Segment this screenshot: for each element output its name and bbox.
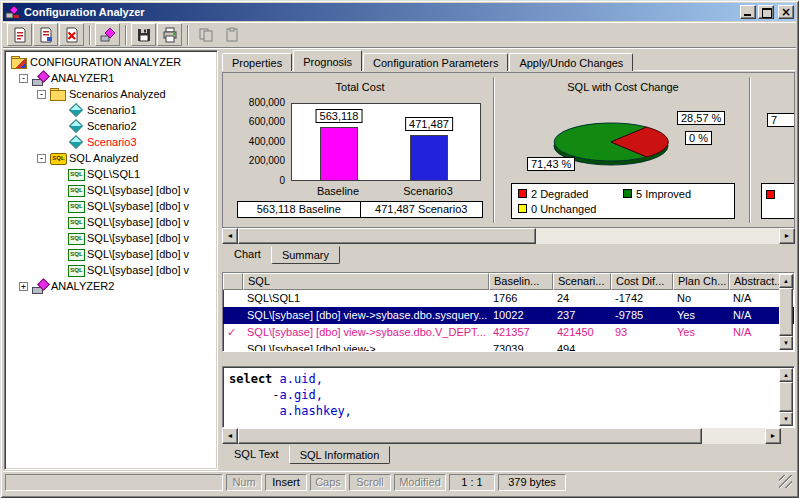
sql-item-icon — [68, 199, 84, 213]
minimize-button[interactable] — [740, 5, 756, 19]
scroll-up-icon[interactable]: ▲ — [779, 368, 793, 382]
sql-text-pane[interactable]: select a.uid, -a.gid, a.hashkey, ▲ ▼ — [222, 366, 795, 428]
resize-grip[interactable] — [779, 475, 792, 488]
scroll-left-icon[interactable]: ◄ — [222, 228, 238, 244]
toolbar-separator — [89, 25, 91, 45]
tree-item-sql[interactable]: SQL\[sybase] [dbo] v — [5, 262, 217, 278]
tab-configuration-parameters[interactable]: Configuration Parameters — [363, 53, 508, 71]
tree-item-analyzer1[interactable]: - ANALYZER1 — [5, 70, 217, 86]
toolbar — [3, 22, 796, 48]
toolbar-separator — [125, 25, 127, 45]
chart-summary-tab-bar: Chart Summary — [224, 246, 340, 264]
bar-plot-area: 563,118 471,487 — [291, 103, 481, 181]
tree-item-sql[interactable]: SQL\[sybase] [dbo] v — [5, 230, 217, 246]
sql-line: select a.uid, — [229, 371, 788, 387]
scroll-up-icon[interactable]: ▲ — [779, 274, 793, 288]
scroll-down-icon[interactable]: ▼ — [779, 336, 793, 350]
tree-item-sql[interactable]: SQL\[sybase] [dbo] v — [5, 182, 217, 198]
header-scenario[interactable]: Scenari... — [553, 273, 611, 290]
total-cost-chart: Total Cost 800,000 600,000 400,000 200,0… — [227, 73, 493, 227]
sql-tab-bar: SQL Text SQL Information — [224, 446, 390, 464]
table-vertical-scrollbar[interactable]: ▲ ▼ — [779, 274, 793, 350]
header-cost-diff[interactable]: Cost Dif... — [611, 273, 673, 290]
delete-analysis-button[interactable] — [59, 23, 84, 46]
new-analysis-button[interactable] — [7, 23, 32, 46]
tree-item-configuration-analyzer[interactable]: CONFIGURATION ANALYZER — [5, 54, 217, 70]
run-analyzer-button[interactable] — [95, 23, 120, 46]
scroll-left-icon[interactable]: ◄ — [222, 428, 238, 444]
delete-analysis-icon — [64, 27, 80, 43]
collapse-toggle[interactable]: - — [37, 154, 46, 163]
pie-label-partial: 7 — [767, 113, 794, 127]
chart-title: Total Cost — [227, 81, 493, 93]
sql-horizontal-scrollbar[interactable]: ◄ ► — [222, 428, 781, 444]
table-row[interactable]: SQL\SQL1 1766 24 -1742 No N/A — [223, 290, 794, 307]
y-tick: 800,000 — [227, 97, 285, 108]
table-row-flagged[interactable]: ✓ SQL\[sybase] [dbo] view->sybase.dbo.V_… — [223, 324, 794, 341]
expand-toggle[interactable]: + — [19, 282, 28, 291]
collapse-toggle[interactable]: - — [37, 90, 46, 99]
tab-properties[interactable]: Properties — [222, 53, 292, 71]
edit-analysis-icon — [38, 27, 54, 43]
tree-item-scenario2[interactable]: Scenario2 — [5, 118, 217, 134]
header-sql[interactable]: SQL — [243, 273, 489, 290]
tree-item-scenario1[interactable]: Scenario1 — [5, 102, 217, 118]
tab-sql-information[interactable]: SQL Information — [289, 446, 391, 464]
scroll-thumb[interactable] — [779, 382, 793, 412]
green-swatch — [623, 189, 632, 198]
scroll-thumb[interactable] — [779, 288, 793, 336]
scroll-down-icon[interactable]: ▼ — [779, 412, 793, 426]
tree-item-scenario3[interactable]: Scenario3 — [5, 134, 217, 150]
tab-prognosis[interactable]: Prognosis — [293, 50, 362, 71]
save-button[interactable] — [131, 23, 156, 46]
bar-scenario3 — [410, 135, 448, 180]
analyzer-tree[interactable]: CONFIGURATION ANALYZER - ANALYZER1 - Sce… — [4, 50, 218, 470]
tree-item-sql[interactable]: SQL\[sybase] [dbo] v — [5, 246, 217, 262]
app-window: Configuration Analyzer × — [0, 0, 799, 498]
tree-item-sql[interactable]: SQL\[sybase] [dbo] v — [5, 198, 217, 214]
tree-item-scenarios-analyzed[interactable]: - Scenarios Analyzed — [5, 86, 217, 102]
tree-item-sql[interactable]: SQL\SQL1 — [5, 166, 217, 182]
status-message — [5, 474, 223, 491]
tab-sql-text[interactable]: SQL Text — [224, 446, 289, 464]
print-button[interactable] — [157, 23, 182, 46]
tab-apply-undo-changes[interactable]: Apply/Undo Changes — [509, 53, 633, 71]
chart-separator — [749, 77, 751, 223]
chart-horizontal-scrollbar[interactable]: ◄ ► — [222, 228, 795, 244]
scroll-thumb[interactable] — [238, 228, 536, 244]
tree-item-analyzer2[interactable]: + ANALYZER2 — [5, 278, 217, 294]
tab-summary[interactable]: Summary — [271, 246, 340, 264]
header-mark[interactable] — [223, 273, 243, 290]
scroll-right-icon[interactable]: ► — [779, 228, 795, 244]
scroll-right-icon[interactable]: ► — [765, 428, 781, 444]
sql-item-icon — [68, 215, 84, 229]
sql-vertical-scrollbar[interactable]: ▲ ▼ — [779, 368, 793, 426]
statusbar: Num Insert Caps Scroll Modified 1 : 1 37… — [3, 471, 796, 492]
maximize-button[interactable] — [758, 5, 774, 19]
tree-item-sql[interactable]: SQL\[sybase] [dbo] v — [5, 214, 217, 230]
legend-improved: 5 Improved — [623, 186, 728, 201]
tab-chart[interactable]: Chart — [224, 246, 271, 264]
status-num: Num — [226, 474, 262, 491]
table-row-selected[interactable]: SQL\[sybase] [dbo] view->sybase.dbo.sysq… — [223, 307, 794, 324]
bar-value-label: 471,487 — [405, 117, 453, 131]
window-title: Configuration Analyzer — [24, 6, 740, 18]
sql-database-icon — [50, 151, 66, 165]
collapse-toggle[interactable]: - — [19, 74, 28, 83]
scroll-thumb[interactable] — [238, 428, 702, 444]
table-header: SQL Baselin... Scenari... Cost Dif... Pl… — [223, 273, 794, 290]
legend-baseline: 563,118 Baseline — [237, 201, 361, 218]
edit-analysis-button[interactable] — [33, 23, 58, 46]
run-analyzer-icon — [100, 27, 116, 43]
header-plan-change[interactable]: Plan Ch... — [673, 273, 729, 290]
tree-item-sql-analyzed[interactable]: - SQL Analyzed — [5, 150, 217, 166]
titlebar[interactable]: Configuration Analyzer × — [3, 3, 796, 21]
table-row[interactable]: SQL\[sybase] [dbo] view->... 73039 494 — [223, 341, 794, 352]
red-swatch — [518, 189, 527, 198]
status-position: 1 : 1 — [449, 474, 495, 491]
status-insert: Insert — [265, 474, 307, 491]
close-button[interactable]: × — [778, 5, 794, 19]
header-baseline[interactable]: Baselin... — [489, 273, 553, 290]
save-icon — [136, 27, 152, 43]
paste-button — [219, 23, 244, 46]
